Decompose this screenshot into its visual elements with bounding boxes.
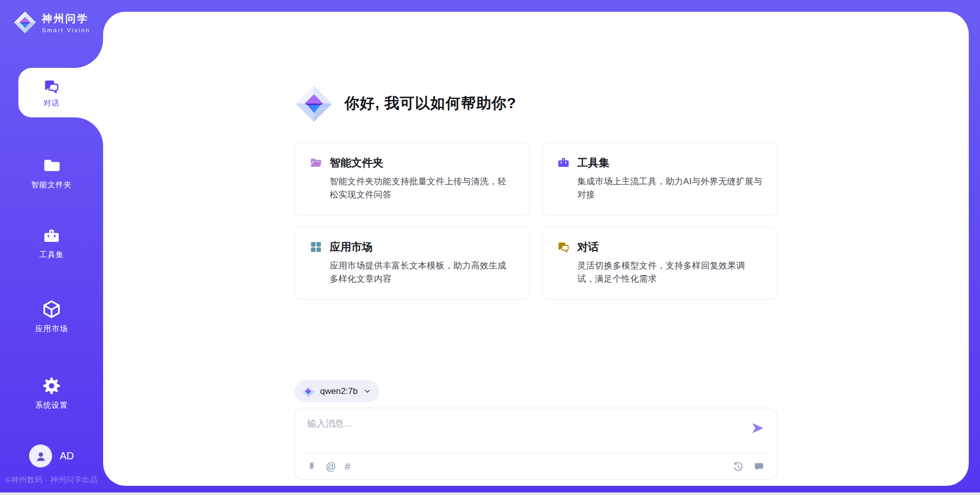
folder-icon	[42, 156, 61, 176]
greeting-block: 你好, 我可以如何帮助你?	[295, 84, 777, 123]
card-title: 应用市场	[330, 240, 373, 254]
card-title: 智能文件夹	[330, 156, 383, 170]
sidebar-item-label: 对话	[43, 98, 60, 108]
feature-cards: 智能文件夹 智能文件夹功能支持批量文件上传与清洗，轻松实现文件问答	[295, 142, 777, 300]
hash-topic-button[interactable]: #	[345, 461, 350, 472]
main-panel: 你好, 我可以如何帮助你? 智能文件夹 智能文件夹功能支持批量文件上传与清洗，轻…	[103, 12, 969, 486]
sidebar-item-label: 应用市场	[35, 324, 68, 334]
avatar	[29, 444, 52, 467]
person-avatar-icon	[34, 450, 47, 463]
sidebar-item-label: 智能文件夹	[31, 180, 72, 190]
paperclip-icon	[306, 461, 317, 472]
brand-gem-icon	[295, 84, 333, 123]
tab-corner-fillet-top	[75, 39, 103, 68]
sidebar-item-settings[interactable]: 系统设置	[0, 376, 103, 410]
card-title: 对话	[577, 240, 599, 254]
new-chat-button[interactable]	[753, 461, 765, 472]
send-icon	[750, 421, 765, 435]
brand-name-cn: 神州问学	[42, 12, 90, 26]
sidebar-item-label: 工具集	[39, 250, 64, 260]
chat-bubbles-icon	[557, 240, 570, 254]
grid-icon	[309, 240, 323, 254]
send-button[interactable]	[750, 421, 765, 435]
tab-corner-fillet-bottom	[75, 117, 103, 146]
brand: 神州问学 Smart Vision	[13, 11, 90, 34]
card-title: 工具集	[577, 156, 609, 170]
feature-card-app-market[interactable]: 应用市场 应用市场提供丰富长文本模板，助力高效生成多样化文章内容	[295, 227, 530, 300]
sidebar-item-app-market[interactable]: 应用市场	[0, 299, 103, 334]
user-profile[interactable]: AD	[29, 444, 74, 467]
brand-gem-icon	[301, 384, 315, 398]
sidebar: 神州问学 Smart Vision 对话 智能文件夹	[0, 0, 103, 495]
copyright-text: ©神州数码 · 神州问学出品	[5, 475, 97, 485]
card-description: 应用市场提供丰富长文本模板，助力高效生成多样化文章内容	[330, 259, 515, 285]
cube-icon	[41, 299, 62, 319]
folder-open-icon	[309, 156, 323, 169]
sidebar-item-smart-folder[interactable]: 智能文件夹	[0, 156, 103, 190]
brand-gem-icon	[13, 11, 37, 34]
feature-card-chat[interactable]: 对话 灵活切换多模型文件，支持多样回复效果调试，满足个性化需求	[542, 227, 777, 300]
feature-card-smart-folder[interactable]: 智能文件夹 智能文件夹功能支持批量文件上传与清洗，轻松实现文件问答	[295, 142, 530, 215]
model-name: qwen2:7b	[320, 386, 358, 397]
sidebar-item-label: 系统设置	[35, 401, 68, 410]
message-input[interactable]	[306, 416, 736, 448]
chevron-down-icon	[363, 387, 372, 395]
toolbox-icon	[557, 156, 570, 169]
user-name: AD	[60, 450, 74, 462]
card-description: 智能文件夹功能支持批量文件上传与清洗，轻松实现文件问答	[330, 175, 515, 201]
history-button[interactable]	[732, 461, 744, 472]
history-icon	[732, 461, 744, 472]
attach-file-button[interactable]	[306, 461, 317, 472]
chat-bubbles-icon	[43, 78, 60, 95]
card-description: 集成市场上主流工具，助力AI与外界无缝扩展与对接	[577, 175, 763, 201]
card-description: 灵活切换多模型文件，支持多样回复效果调试，满足个性化需求	[577, 259, 763, 285]
toolbox-icon	[42, 227, 61, 245]
feature-card-toolset[interactable]: 工具集 集成市场上主流工具，助力AI与外界无缝扩展与对接	[542, 142, 777, 215]
app-window: 神州问学 Smart Vision 对话 智能文件夹	[0, 0, 980, 495]
model-selector[interactable]: qwen2:7b	[295, 380, 379, 402]
message-composer: @ #	[295, 408, 777, 480]
at-mention-button[interactable]: @	[326, 461, 336, 472]
gear-icon	[41, 376, 62, 396]
greeting-title: 你好, 我可以如何帮助你?	[345, 93, 517, 114]
sidebar-item-toolset[interactable]: 工具集	[0, 227, 103, 260]
brand-name-en: Smart Vision	[42, 27, 90, 33]
window-bottom-strip	[0, 492, 980, 495]
sidebar-item-chat[interactable]: 对话	[18, 68, 103, 117]
chat-bubble-icon	[753, 461, 765, 472]
